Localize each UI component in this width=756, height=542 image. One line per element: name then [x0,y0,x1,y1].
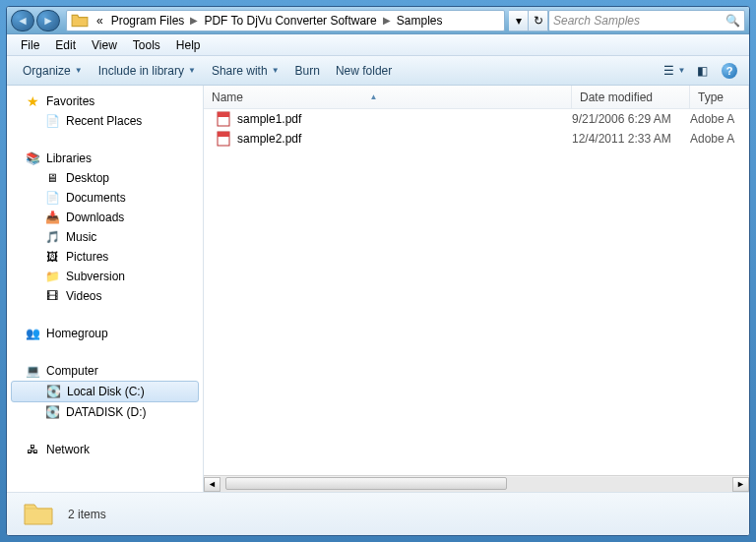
file-row[interactable]: sample2.pdf 12/4/2011 2:33 AM Adobe A [204,129,749,149]
breadcrumb-prefix[interactable]: « [93,11,107,30]
chevron-right-icon: ▶ [381,15,393,26]
recent-icon: 📄 [44,113,60,129]
videos-icon: 🎞 [44,288,60,304]
burn-button[interactable]: Burn [287,60,328,82]
search-icon: 🔍 [725,14,740,28]
menu-edit[interactable]: Edit [47,36,84,54]
nav-datadisk-d[interactable]: 💽DATADISK (D:) [7,402,203,422]
libraries-icon: 📚 [25,151,40,166]
nav-pictures[interactable]: 🖼Pictures [7,247,203,267]
subversion-icon: 📁 [44,269,60,284]
help-button[interactable]: ? [718,60,741,82]
folder-icon [23,499,54,530]
chevron-down-icon: ▼ [188,66,196,75]
file-date: 12/4/2011 2:33 AM [572,132,690,146]
column-name[interactable]: Name▲ [204,86,572,108]
help-icon: ? [722,63,737,79]
search-input[interactable]: Search Samples 🔍 [548,10,745,31]
address-buttons: ▾ ↻ [509,10,548,31]
organize-button[interactable]: Organize▼ [15,60,91,82]
desktop-icon: 🖥 [44,170,60,186]
address-dropdown-button[interactable]: ▾ [509,10,529,31]
network-icon: 🖧 [25,442,40,457]
nav-subversion[interactable]: 📁Subversion [7,267,203,286]
share-with-button[interactable]: Share with▼ [204,60,287,82]
nav-desktop[interactable]: 🖥Desktop [7,168,203,188]
view-options-button[interactable]: ☰▼ [662,60,686,82]
file-name: sample2.pdf [237,132,301,146]
nav-recent-places[interactable]: 📄Recent Places [7,111,203,131]
include-in-library-button[interactable]: Include in library▼ [91,60,204,82]
file-name: sample1.pdf [237,112,301,126]
nav-local-disk-c[interactable]: 💽Local Disk (C:) [11,381,199,402]
breadcrumb-item[interactable]: PDF To DjVu Converter Software [200,11,380,30]
menu-tools[interactable]: Tools [125,36,168,54]
navigation-pane[interactable]: ★Favorites 📄Recent Places 📚Libraries 🖥De… [7,86,204,492]
pdf-icon [216,111,231,127]
chevron-down-icon: ▼ [678,66,686,75]
content-pane: Name▲ Date modified Type sample1.pdf 9/2… [204,86,749,492]
scroll-left-button[interactable]: ◄ [204,477,220,492]
chevron-down-icon: ▼ [75,66,83,75]
pdf-icon [216,131,231,147]
file-type: Adobe A [690,132,749,146]
folder-icon [71,12,89,30]
menu-file[interactable]: File [13,36,47,54]
downloads-icon: 📥 [44,210,60,225]
search-placeholder: Search Samples [553,14,640,28]
computer-icon: 💻 [25,363,40,379]
breadcrumb-item[interactable]: Samples [393,11,447,30]
star-icon: ★ [25,93,40,109]
sort-ascending-icon: ▲ [370,92,378,101]
scroll-thumb[interactable] [225,477,507,490]
chevron-right-icon: ▶ [188,15,200,26]
drive-icon: 💽 [44,404,60,420]
file-date: 9/21/2006 6:29 AM [572,112,690,126]
nav-libraries[interactable]: 📚Libraries [7,149,203,168]
preview-pane-button[interactable]: ◧ [690,60,714,82]
nav-videos[interactable]: 🎞Videos [7,286,203,306]
details-pane: 2 items [7,492,749,535]
nav-favorites[interactable]: ★Favorites [7,91,203,111]
svg-rect-1 [218,112,229,117]
file-list[interactable]: sample1.pdf 9/21/2006 6:29 AM Adobe A sa… [204,109,749,475]
chevron-down-icon: ▼ [272,66,280,75]
homegroup-icon: 👥 [25,326,40,341]
nav-computer[interactable]: 💻Computer [7,361,203,381]
menu-help[interactable]: Help [168,36,209,54]
nav-back-button[interactable]: ◄ [11,10,34,31]
titlebar: ◄ ► « Program Files▶ PDF To DjVu Convert… [7,7,749,34]
drive-icon: 💽 [45,384,61,399]
menu-bar: File Edit View Tools Help [7,34,749,56]
file-type: Adobe A [690,112,749,126]
menu-view[interactable]: View [84,36,125,54]
nav-downloads[interactable]: 📥Downloads [7,208,203,227]
nav-music[interactable]: 🎵Music [7,227,203,247]
scroll-track[interactable] [220,477,732,492]
address-bar[interactable]: « Program Files▶ PDF To DjVu Converter S… [66,10,505,31]
svg-rect-3 [218,132,229,137]
refresh-button[interactable]: ↻ [529,10,548,31]
nav-forward-button[interactable]: ► [36,10,60,31]
explorer-window: ◄ ► « Program Files▶ PDF To DjVu Convert… [6,6,750,536]
music-icon: 🎵 [44,229,60,245]
item-count: 2 items [68,508,106,521]
file-row[interactable]: sample1.pdf 9/21/2006 6:29 AM Adobe A [204,109,749,129]
column-type[interactable]: Type [690,86,749,108]
breadcrumb-item[interactable]: Program Files [107,11,189,30]
column-headers: Name▲ Date modified Type [204,86,749,109]
nav-network[interactable]: 🖧Network [7,440,203,459]
nav-documents[interactable]: 📄Documents [7,188,203,208]
pictures-icon: 🖼 [44,249,60,265]
scroll-right-button[interactable]: ► [732,477,749,492]
new-folder-button[interactable]: New folder [328,60,400,82]
body: ★Favorites 📄Recent Places 📚Libraries 🖥De… [7,86,749,492]
nav-homegroup[interactable]: 👥Homegroup [7,324,203,343]
command-bar: Organize▼ Include in library▼ Share with… [7,56,749,86]
documents-icon: 📄 [44,190,60,206]
horizontal-scrollbar[interactable]: ◄ ► [204,475,749,492]
column-date-modified[interactable]: Date modified [572,86,690,108]
